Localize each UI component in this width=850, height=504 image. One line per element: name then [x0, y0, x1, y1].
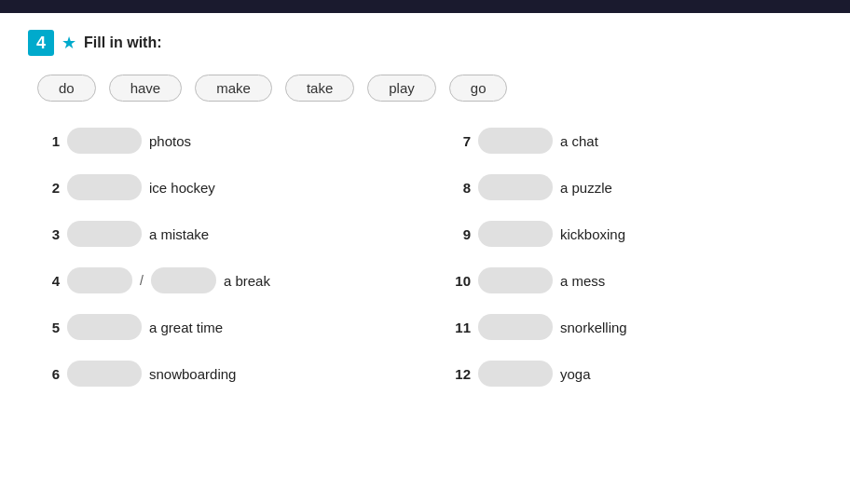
item-text-7: a chat [560, 133, 598, 149]
item-number-6: 6 [37, 366, 60, 382]
items-grid: 1 photos 2 ice hockey 3 a mistake 4 / a … [28, 128, 822, 407]
item-2: 2 ice hockey [37, 174, 411, 200]
star-icon: ★ [62, 33, 76, 53]
word-chip-take: take [285, 75, 354, 102]
answer-input-12[interactable] [478, 361, 553, 387]
item-number-11: 11 [448, 320, 471, 335]
item-number-2: 2 [37, 180, 60, 196]
answer-input-2[interactable] [67, 174, 142, 200]
item-1: 1 photos [37, 128, 411, 154]
item-8: 8 a puzzle [448, 174, 822, 200]
item-number-10: 10 [448, 273, 471, 289]
item-number-1: 1 [37, 133, 60, 149]
item-text-6: snowboarding [149, 366, 236, 382]
answer-input-10[interactable] [478, 267, 553, 293]
item-7: 7 a chat [448, 128, 822, 154]
top-bar [0, 0, 850, 13]
item-text-1: photos [149, 133, 191, 149]
item-number-5: 5 [37, 320, 60, 335]
item-11: 11 snorkelling [448, 314, 822, 340]
instruction-text: Fill in with: [84, 34, 162, 51]
slash-separator: / [140, 273, 144, 288]
item-9: 9 kickboxing [448, 221, 822, 247]
item-10: 10 a mess [448, 267, 822, 293]
item-text-12: yoga [560, 366, 591, 382]
item-number-7: 7 [448, 133, 471, 149]
item-text-5: a great time [149, 320, 223, 335]
answer-input-7[interactable] [478, 128, 553, 154]
word-chip-play: play [367, 75, 436, 102]
exercise-number: 4 [28, 30, 54, 56]
item-number-3: 3 [37, 226, 60, 242]
word-chip-go: go [449, 75, 508, 102]
right-column: 7 a chat 8 a puzzle 9 kickboxing 10 a me… [430, 128, 822, 407]
word-chip-have: have [109, 75, 183, 102]
answer-input-1[interactable] [67, 128, 142, 154]
item-number-4: 4 [37, 273, 60, 289]
item-5: 5 a great time [37, 314, 411, 340]
item-4: 4 / a break [37, 267, 411, 293]
answer-input-5[interactable] [67, 314, 142, 340]
item-text-10: a mess [560, 273, 605, 289]
item-text-4: a break [224, 273, 270, 289]
main-container: 4 ★ Fill in with: do have make take play… [0, 13, 850, 435]
answer-input-4b[interactable] [151, 267, 216, 293]
item-text-9: kickboxing [560, 226, 625, 242]
answer-input-9[interactable] [478, 221, 553, 247]
item-text-3: a mistake [149, 226, 209, 242]
word-chip-do: do [37, 75, 96, 102]
left-column: 1 photos 2 ice hockey 3 a mistake 4 / a … [37, 128, 430, 407]
word-chip-make: make [195, 75, 272, 102]
answer-input-8[interactable] [478, 174, 553, 200]
item-number-9: 9 [448, 226, 471, 242]
item-6: 6 snowboarding [37, 361, 411, 387]
answer-input-4a[interactable] [67, 267, 132, 293]
item-12: 12 yoga [448, 361, 822, 387]
answer-input-6[interactable] [67, 361, 142, 387]
item-text-8: a puzzle [560, 180, 612, 196]
word-bank: do have make take play go [28, 75, 822, 102]
item-text-11: snorkelling [560, 320, 627, 335]
item-3: 3 a mistake [37, 221, 411, 247]
exercise-header: 4 ★ Fill in with: [28, 30, 822, 56]
answer-input-11[interactable] [478, 314, 553, 340]
item-number-8: 8 [448, 180, 471, 196]
answer-input-3[interactable] [67, 221, 142, 247]
item-text-2: ice hockey [149, 180, 215, 196]
item-number-12: 12 [448, 366, 471, 382]
